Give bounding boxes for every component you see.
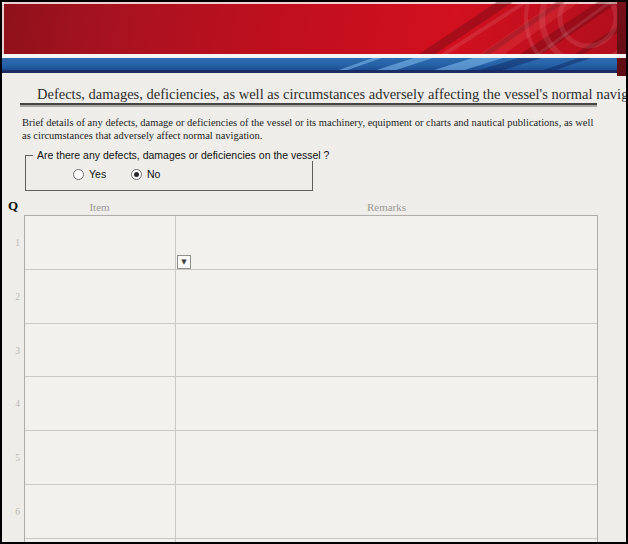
radio-yes-label: Yes (89, 168, 106, 180)
remarks-cell[interactable] (176, 377, 597, 430)
defects-table (24, 215, 598, 542)
page-description: Brief details of any defects, damage or … (22, 116, 594, 142)
remarks-cell[interactable] (176, 431, 597, 484)
radio-row: Yes No (26, 168, 312, 184)
item-cell[interactable] (25, 539, 176, 542)
row-number: 2 (10, 292, 20, 302)
title-underline (20, 103, 597, 105)
column-header-remarks: Remarks (175, 201, 598, 213)
table-row (25, 270, 597, 324)
item-cell[interactable] (25, 485, 176, 538)
remarks-cell[interactable] (176, 485, 597, 538)
radio-option-no[interactable]: No (131, 168, 160, 180)
page-title: Defects, damages, deficiencies, as well … (37, 86, 626, 103)
compass-rose-graphic (2, 2, 626, 54)
row-number: 6 (10, 507, 20, 517)
remarks-cell[interactable] (176, 216, 597, 269)
row-number: 4 (10, 399, 20, 409)
radio-yes-icon[interactable] (73, 169, 84, 180)
blue-stripe-streaks-graphic (2, 58, 617, 70)
question-label: Are there any defects, damages or defici… (33, 149, 333, 161)
column-headers: Item Remarks (24, 201, 598, 214)
item-cell[interactable] (25, 431, 176, 484)
section-label-q: Q (8, 198, 18, 214)
column-header-item: Item (24, 201, 175, 213)
remarks-cell[interactable] (176, 539, 597, 542)
item-cell[interactable] (25, 377, 176, 430)
vessel-defects-form-window: Defects, damages, deficiencies, as well … (0, 0, 628, 544)
banner-right-edge (617, 2, 626, 76)
remarks-dropdown-button[interactable]: ▼ (177, 255, 191, 269)
table-row-partial (25, 539, 597, 542)
row-number: 3 (10, 346, 20, 356)
chevron-down-icon: ▼ (181, 259, 186, 266)
table-row (25, 485, 597, 539)
radio-no-icon[interactable] (131, 169, 142, 180)
item-cell[interactable] (25, 270, 176, 323)
radio-no-label: No (147, 168, 160, 180)
radio-option-yes[interactable]: Yes (73, 168, 106, 180)
row-number: 1 (10, 238, 20, 248)
table-row (25, 216, 597, 270)
item-cell[interactable] (25, 216, 176, 269)
red-banner (2, 2, 626, 54)
table-row (25, 431, 597, 485)
remarks-cell[interactable] (176, 324, 597, 377)
remarks-cell[interactable] (176, 270, 597, 323)
table-row (25, 377, 597, 431)
table-row (25, 324, 597, 378)
row-number: 5 (10, 453, 20, 463)
defects-question-groupbox: Are there any defects, damages or defici… (25, 155, 313, 191)
item-cell[interactable] (25, 324, 176, 377)
blue-stripe (2, 58, 617, 73)
